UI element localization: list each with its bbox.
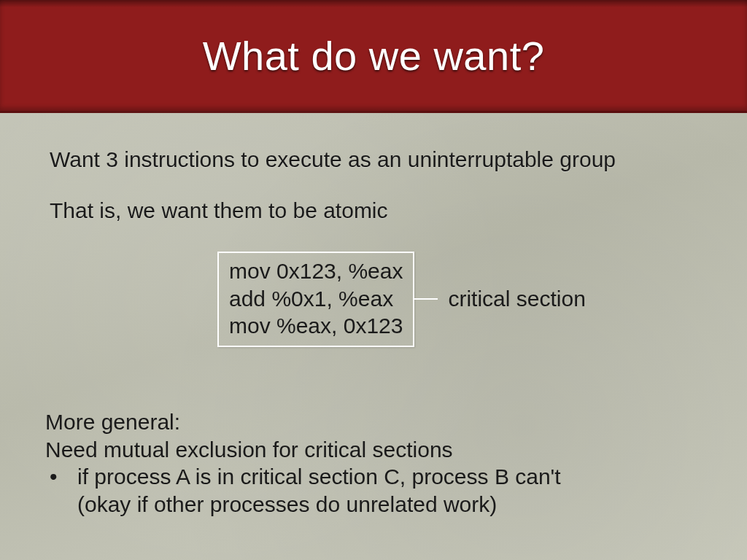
- code-line-1: mov 0x123, %eax: [229, 257, 403, 285]
- code-group: mov 0x123, %eax add %0x1, %eax mov %eax,…: [217, 252, 586, 347]
- paragraph-2: That is, we want them to be atomic: [50, 197, 703, 225]
- slide-header: What do we want?: [0, 0, 747, 113]
- bottom-line-2: Need mutual exclusion for critical secti…: [45, 436, 703, 464]
- critical-section-label: critical section: [448, 287, 585, 311]
- bottom-line-1: More general:: [45, 408, 703, 436]
- slide: What do we want? Want 3 instructions to …: [0, 0, 747, 560]
- bullet-text: if process A is in critical section C, p…: [77, 463, 703, 518]
- header-shadow: [0, 0, 747, 7]
- slide-content: Want 3 instructions to execute as an uni…: [50, 146, 703, 224]
- bullet-line-1: if process A is in critical section C, p…: [77, 463, 703, 491]
- bullet-symbol: •: [45, 463, 77, 518]
- code-line-3: mov %eax, 0x123: [229, 312, 403, 340]
- bottom-block: More general: Need mutual exclusion for …: [45, 408, 703, 518]
- connector-line: [414, 298, 438, 300]
- code-box: mov 0x123, %eax add %0x1, %eax mov %eax,…: [217, 252, 414, 347]
- paragraph-1: Want 3 instructions to execute as an uni…: [50, 146, 703, 174]
- bullet-row: • if process A is in critical section C,…: [45, 463, 703, 518]
- slide-title: What do we want?: [203, 32, 545, 79]
- bullet-line-2: (okay if other processes do unrelated wo…: [77, 491, 703, 518]
- code-line-2: add %0x1, %eax: [229, 285, 403, 313]
